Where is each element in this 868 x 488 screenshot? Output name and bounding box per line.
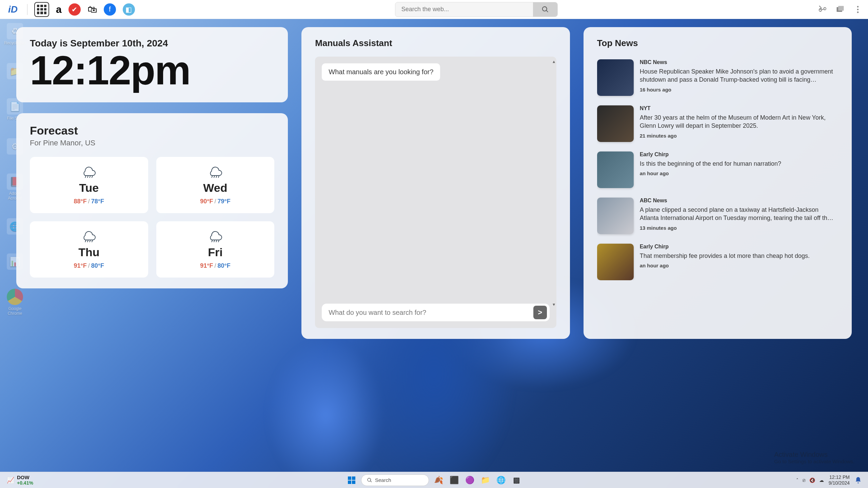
taskbar-pinned-app[interactable]: 🍂	[432, 474, 445, 486]
clock-time: 12:12pm	[30, 49, 274, 92]
rain-icon	[80, 164, 98, 179]
tray-volume-icon[interactable]: 🔇	[809, 477, 815, 483]
chat-send-button[interactable]: >	[533, 306, 547, 319]
news-title: Top News	[597, 38, 838, 48]
checkmark-icon[interactable]: ✔	[68, 3, 81, 16]
svg-line-10	[214, 176, 215, 178]
stock-name: DOW	[17, 474, 33, 480]
taskbar-copilot-icon[interactable]: 🟣	[463, 474, 476, 486]
taskbar-stock-widget[interactable]: 📈 DOW +0.41%	[0, 474, 33, 486]
news-headline: After 30 years at the helm of the Museum…	[640, 114, 834, 130]
kebab-menu-icon[interactable]	[853, 5, 863, 14]
news-source: NBC News	[640, 59, 834, 65]
stock-icon: 📈	[7, 476, 14, 484]
notification-bell-icon[interactable]	[854, 476, 862, 484]
assistant-title: Manuals Assistant	[315, 38, 556, 48]
taskbar: 📈 DOW +0.41% Search 🍂 ⬛ 🟣 📁 🌐 ▩ ˄ ⎚ 🔇 ☁ …	[0, 472, 868, 488]
news-source: ABC News	[640, 198, 834, 204]
svg-line-17	[212, 240, 212, 242]
search-input[interactable]	[395, 6, 533, 13]
news-item[interactable]: NBC News House Republican Speaker Mike J…	[597, 59, 834, 96]
forecast-title: Forecast	[30, 124, 274, 137]
shopping-bag-icon[interactable]: 🛍	[87, 4, 97, 15]
chat-input[interactable]	[329, 309, 533, 317]
svg-line-16	[92, 240, 93, 242]
app-logo[interactable]: i⁠D	[5, 2, 20, 17]
rain-icon	[206, 228, 224, 243]
news-thumbnail	[597, 244, 634, 280]
forecast-day-label: Thu	[33, 246, 145, 259]
search-icon	[541, 6, 549, 13]
svg-point-2	[857, 6, 859, 7]
clock-card: Today is September 10th, 2024 12:12pm	[16, 27, 288, 102]
chat-message: What manuals are you looking for?	[322, 63, 440, 81]
forecast-card: Forecast For Pine Manor, US Tue 88°F/78°…	[16, 113, 288, 288]
news-thumbnail	[597, 198, 634, 234]
news-source: NYT	[640, 105, 834, 111]
forecast-day[interactable]: Wed 90°F/79°F	[156, 157, 275, 213]
search-icon	[367, 477, 372, 483]
taskbar-pinned-app[interactable]: ⬛	[448, 474, 460, 486]
tray-device-icon[interactable]: ⎚	[803, 477, 805, 483]
forecast-day-label: Fri	[160, 246, 271, 259]
news-headline: That membership fee provides a lot more …	[640, 252, 834, 260]
svg-point-4	[857, 11, 859, 13]
svg-line-5	[85, 176, 86, 178]
svg-line-6	[87, 176, 88, 178]
news-thumbnail	[597, 151, 634, 188]
scroll-down-arrow[interactable]: ▾	[553, 302, 555, 307]
forecast-temps: 91°F/80°F	[33, 262, 145, 269]
social-icon[interactable]: ◧	[123, 3, 135, 16]
news-thumbnail	[597, 105, 634, 142]
news-item[interactable]: ABC News A plane clipped a second plane …	[597, 198, 834, 234]
rain-icon	[206, 164, 224, 179]
amazon-icon[interactable]: a	[56, 4, 62, 15]
forecast-day-label: Wed	[160, 181, 271, 195]
news-list[interactable]: NBC News House Republican Speaker Mike J…	[597, 59, 838, 280]
scissors-icon[interactable]	[818, 5, 827, 14]
news-headline: Is this the beginning of the end for hum…	[640, 160, 834, 168]
search-button[interactable]	[533, 2, 557, 17]
taskbar-explorer-icon[interactable]: 📁	[479, 474, 491, 486]
svg-line-11	[216, 176, 217, 178]
taskbar-terminal-icon[interactable]: ▩	[510, 474, 522, 486]
facebook-icon[interactable]: f	[104, 3, 116, 16]
stock-change: +0.41%	[17, 480, 33, 486]
news-timestamp: an hour ago	[640, 263, 834, 268]
taskbar-clock[interactable]: 12:12 PM 9/10/2024	[829, 474, 850, 485]
tray-chevron-icon[interactable]: ˄	[796, 477, 798, 483]
svg-rect-1	[838, 6, 844, 11]
rain-icon	[80, 228, 98, 243]
svg-line-12	[218, 176, 219, 178]
svg-line-20	[218, 240, 219, 242]
news-item[interactable]: NYT After 30 years at the helm of the Mu…	[597, 105, 834, 142]
forecast-day[interactable]: Tue 88°F/78°F	[30, 157, 148, 213]
forecast-temps: 88°F/78°F	[33, 198, 145, 205]
search-bar	[395, 2, 558, 17]
apps-grid-icon[interactable]	[34, 2, 49, 17]
svg-line-9	[212, 176, 212, 178]
taskbar-edge-icon[interactable]: 🌐	[495, 474, 507, 486]
news-timestamp: 16 hours ago	[640, 87, 834, 93]
scroll-up-arrow[interactable]: ▴	[553, 59, 555, 64]
news-card: Top News NBC News House Republican Speak…	[584, 27, 852, 339]
taskbar-search-label: Search	[375, 477, 391, 483]
svg-line-15	[90, 240, 90, 242]
forecast-day[interactable]: Thu 91°F/80°F	[30, 221, 148, 278]
svg-line-19	[216, 240, 217, 242]
windows-icon[interactable]	[835, 5, 845, 14]
browser-toolbar: i⁠D a ✔ 🛍 f ◧	[0, 0, 868, 19]
svg-line-13	[85, 240, 86, 242]
svg-line-7	[90, 176, 90, 178]
taskbar-search[interactable]: Search	[361, 474, 429, 486]
news-item[interactable]: Early Chirp That membership fee provides…	[597, 244, 834, 280]
forecast-temps: 91°F/80°F	[160, 262, 271, 269]
news-headline: A plane clipped a second plane on a taxi…	[640, 206, 834, 222]
news-item[interactable]: Early Chirp Is this the beginning of the…	[597, 151, 834, 188]
news-timestamp: 13 minutes ago	[640, 225, 834, 231]
news-timestamp: 21 minutes ago	[640, 133, 834, 139]
tray-cloud-icon[interactable]: ☁	[819, 477, 824, 483]
news-source: Early Chirp	[640, 244, 834, 250]
forecast-day[interactable]: Fri 91°F/80°F	[156, 221, 275, 278]
start-button[interactable]	[346, 474, 358, 486]
